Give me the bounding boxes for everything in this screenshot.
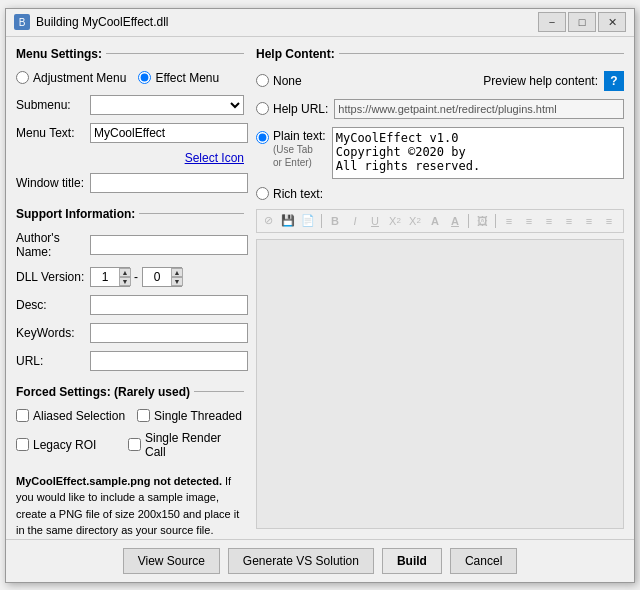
menu-settings-divider <box>106 53 244 54</box>
keywords-input[interactable] <box>90 323 248 343</box>
dll-version-major-spinner: ▲ ▼ <box>90 267 130 287</box>
forced-settings-divider <box>194 391 244 392</box>
title-bar: B Building MyCoolEffect.dll − □ ✕ <box>6 9 634 37</box>
toolbar-divider-3 <box>495 214 496 228</box>
toolbar-superscript-btn[interactable]: X2 <box>386 212 404 230</box>
none-option[interactable]: None <box>256 74 302 88</box>
build-button[interactable]: Build <box>382 548 442 574</box>
aliased-selection-option[interactable]: Aliased Selection <box>16 409 125 423</box>
dll-version-major-spin-buttons: ▲ ▼ <box>119 268 131 286</box>
submenu-select[interactable] <box>90 95 244 115</box>
plain-text-radio[interactable] <box>256 131 269 144</box>
toolbar-align-right-btn[interactable]: ≡ <box>540 212 558 230</box>
toolbar-underline-btn[interactable]: U <box>366 212 384 230</box>
window-title-input[interactable] <box>90 173 248 193</box>
minimize-button[interactable]: − <box>538 12 566 32</box>
aliased-selection-checkbox[interactable] <box>16 409 29 422</box>
window-controls: − □ ✕ <box>538 12 626 32</box>
toolbar-copy-btn[interactable]: 📄 <box>299 212 317 230</box>
dll-version-row: DLL Version: ▲ ▼ - ▲ ▼ <box>16 267 244 287</box>
window-title-row: Window title: <box>16 173 244 193</box>
toolbar-subscript-btn[interactable]: X2 <box>406 212 424 230</box>
toolbar-save-btn[interactable]: 💾 <box>279 212 297 230</box>
single-threaded-label: Single Threaded <box>154 409 242 423</box>
toolbar-indent-btn[interactable]: ≡ <box>580 212 598 230</box>
effect-menu-radio[interactable] <box>138 71 151 84</box>
rich-text-radio[interactable] <box>256 187 269 200</box>
rich-text-row: Rich text: <box>256 187 624 201</box>
adjustment-menu-radio[interactable] <box>16 71 29 84</box>
single-render-checkbox[interactable] <box>128 438 141 451</box>
dll-version-major-up[interactable]: ▲ <box>119 268 131 277</box>
toolbar-justify-btn[interactable]: ≡ <box>560 212 578 230</box>
toolbar-italic-btn[interactable]: I <box>346 212 364 230</box>
dll-version-major-input[interactable] <box>91 268 119 286</box>
toolbar-open-btn[interactable]: ⊘ <box>259 212 277 230</box>
cancel-button[interactable]: Cancel <box>450 548 517 574</box>
toolbar-font-bg-btn[interactable]: A <box>446 212 464 230</box>
dll-version-label: DLL Version: <box>16 270 86 284</box>
help-url-option[interactable]: Help URL: <box>256 102 328 116</box>
select-icon-link[interactable]: Select Icon <box>16 151 244 165</box>
toolbar-image-btn[interactable]: 🖼 <box>473 212 491 230</box>
menu-settings-label: Menu Settings: <box>16 47 102 61</box>
adjustment-menu-option[interactable]: Adjustment Menu <box>16 71 126 85</box>
toolbar-font-color-btn[interactable]: A <box>426 212 444 230</box>
version-dash: - <box>134 270 138 284</box>
help-url-label: Help URL: <box>273 102 328 116</box>
dll-version-minor-down[interactable]: ▼ <box>171 277 183 286</box>
rich-text-editor[interactable] <box>256 239 624 529</box>
single-render-option[interactable]: Single Render Call <box>128 431 244 459</box>
toolbar-bold-btn[interactable]: B <box>326 212 344 230</box>
toolbar-align-left-btn[interactable]: ≡ <box>500 212 518 230</box>
dll-version-minor-input[interactable] <box>143 268 171 286</box>
legacy-roi-label: Legacy ROI <box>33 438 96 452</box>
help-url-input[interactable] <box>334 99 624 119</box>
dll-version-major-down[interactable]: ▼ <box>119 277 131 286</box>
keywords-row: KeyWords: <box>16 323 244 343</box>
effect-menu-option[interactable]: Effect Menu <box>138 71 219 85</box>
legacy-roi-option[interactable]: Legacy ROI <box>16 431 116 459</box>
toolbar-divider-1 <box>321 214 322 228</box>
menu-text-input[interactable] <box>90 123 248 143</box>
single-threaded-checkbox[interactable] <box>137 409 150 422</box>
none-radio[interactable] <box>256 74 269 87</box>
view-source-button[interactable]: View Source <box>123 548 220 574</box>
content-area: Menu Settings: Adjustment Menu Effect Me… <box>6 37 634 539</box>
dll-version-minor-up[interactable]: ▲ <box>171 268 183 277</box>
rich-text-option[interactable]: Rich text: <box>256 187 323 201</box>
desc-label: Desc: <box>16 298 86 312</box>
legacy-roi-checkbox[interactable] <box>16 438 29 451</box>
support-section: Support Information: <box>16 207 244 221</box>
keywords-label: KeyWords: <box>16 326 86 340</box>
forced-settings-row1: Aliased Selection Single Threaded <box>16 409 244 423</box>
author-label: Author's Name: <box>16 231 86 259</box>
desc-input[interactable] <box>90 295 248 315</box>
url-input[interactable] <box>90 351 248 371</box>
warning-message: MyCoolEffect.sample.png not detected. If… <box>16 473 244 539</box>
single-threaded-option[interactable]: Single Threaded <box>137 409 242 423</box>
help-url-radio[interactable] <box>256 102 269 115</box>
author-input[interactable] <box>90 235 248 255</box>
submenu-label: Submenu: <box>16 98 86 112</box>
restore-button[interactable]: □ <box>568 12 596 32</box>
adjustment-menu-label: Adjustment Menu <box>33 71 126 85</box>
forced-settings-section: Forced Settings: (Rarely used) <box>16 385 244 399</box>
plain-text-area[interactable]: MyCoolEffect v1.0 Copyright ©2020 by All… <box>332 127 624 179</box>
none-label: None <box>273 74 302 88</box>
plain-text-option[interactable]: Plain text: (Use Tab or Enter) <box>256 127 326 169</box>
menu-type-radio-group: Adjustment Menu Effect Menu <box>16 71 244 85</box>
url-row: URL: <box>16 351 244 371</box>
close-button[interactable]: ✕ <box>598 12 626 32</box>
toolbar-outdent-btn[interactable]: ≡ <box>600 212 618 230</box>
support-label: Support Information: <box>16 207 135 221</box>
url-label: URL: <box>16 354 86 368</box>
forced-settings-label: Forced Settings: (Rarely used) <box>16 385 190 399</box>
generate-vs-solution-button[interactable]: Generate VS Solution <box>228 548 374 574</box>
menu-text-label: Menu Text: <box>16 126 86 140</box>
plain-text-hint1: (Use Tab <box>273 143 313 156</box>
support-divider <box>139 213 244 214</box>
preview-help-button[interactable]: ? <box>604 71 624 91</box>
plain-text-row: Plain text: (Use Tab or Enter) MyCoolEff… <box>256 127 624 179</box>
toolbar-align-center-btn[interactable]: ≡ <box>520 212 538 230</box>
